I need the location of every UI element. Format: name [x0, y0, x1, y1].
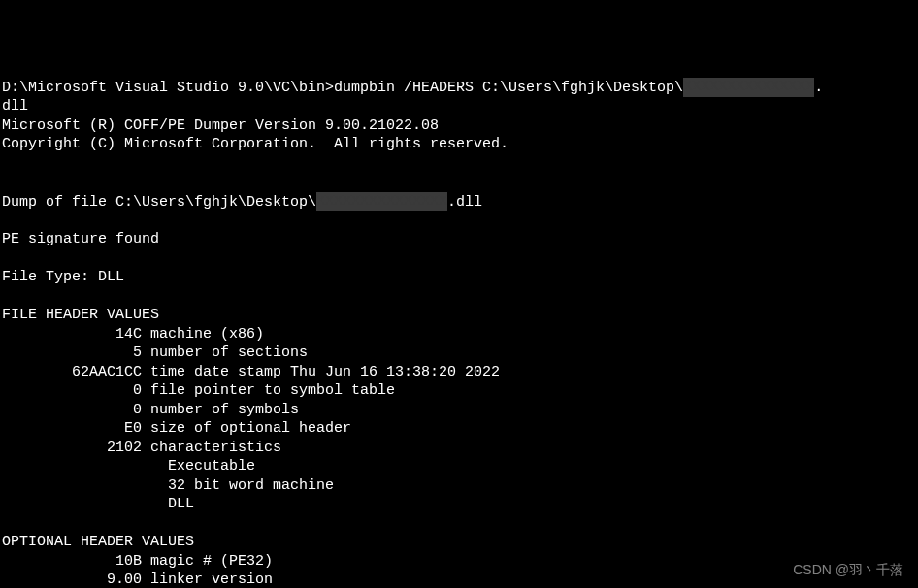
watermark-text: CSDN @羽丶千落 — [793, 561, 903, 578]
fh-symbol-ptr: 0 file pointer to symbol table — [2, 381, 916, 401]
blank-line — [2, 173, 916, 192]
dump-file-prefix: Dump of file C:\Users\fghjk\Desktop\ — [2, 193, 316, 210]
blank-line — [2, 212, 916, 231]
version-line: Microsoft (R) COFF/PE Dumper Version 9.0… — [2, 116, 916, 136]
blank-line — [2, 154, 916, 174]
prompt-prefix: D:\Microsoft Visual Studio 9.0\VC\bin>du… — [2, 80, 683, 96]
command-prompt-line2: dll — [2, 97, 916, 116]
fh-machine: 14C machine (x86) — [2, 325, 916, 344]
optional-header-title: OPTIONAL HEADER VALUES — [2, 533, 916, 552]
pe-signature-line: PE signature found — [2, 230, 916, 249]
blank-line — [2, 249, 916, 269]
file-header-title: FILE HEADER VALUES — [2, 306, 916, 325]
prompt-suffix: . — [814, 80, 823, 96]
redacted-filename-2: XXXXXXXXXXXXXXX — [316, 192, 447, 212]
command-prompt-line1: D:\Microsoft Visual Studio 9.0\VC\bin>du… — [2, 78, 916, 97]
redacted-filename-1: XXXXXXXXXXXXXXX — [683, 78, 814, 97]
oh-magic: 10B magic # (PE32) — [2, 552, 916, 572]
fh-characteristics: 2102 characteristics — [2, 439, 916, 458]
blank-line — [2, 514, 916, 534]
terminal-output[interactable]: D:\Microsoft Visual Studio 9.0\VC\bin>du… — [2, 78, 916, 588]
fh-char-dll: DLL — [2, 495, 916, 514]
fh-char-32bit: 32 bit word machine — [2, 476, 916, 496]
oh-linker: 9.00 linker version — [2, 571, 916, 588]
fh-opt-header-size: E0 size of optional header — [2, 419, 916, 439]
dump-file-line: Dump of file C:\Users\fghjk\Desktop\XXXX… — [2, 192, 916, 212]
fh-char-exe: Executable — [2, 457, 916, 476]
fh-timestamp: 62AAC1CC time date stamp Thu Jun 16 13:3… — [2, 363, 916, 382]
blank-line — [2, 287, 916, 307]
file-type-line: File Type: DLL — [2, 268, 916, 287]
fh-sections: 5 number of sections — [2, 343, 916, 363]
fh-symbol-count: 0 number of symbols — [2, 401, 916, 420]
copyright-line: Copyright (C) Microsoft Corporation. All… — [2, 135, 916, 154]
dump-file-suffix: .dll — [447, 193, 482, 210]
